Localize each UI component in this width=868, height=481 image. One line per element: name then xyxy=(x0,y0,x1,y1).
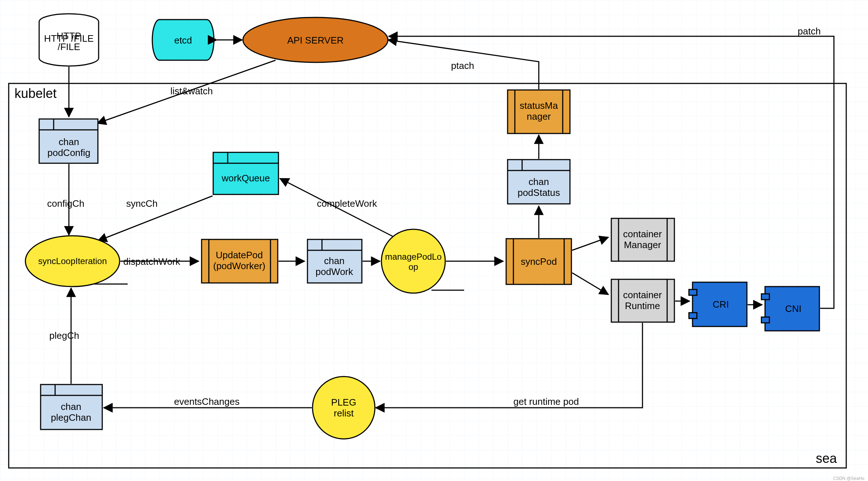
label-patch: patch xyxy=(798,26,821,37)
svg-text:chan: chan xyxy=(529,176,549,187)
node-http-file: HTTP /FILE HTTP /FILE xyxy=(39,14,99,66)
svg-text:podWork: podWork xyxy=(315,266,354,277)
diagram-canvas: kubelet sea HTTP /FILE HTTP /FILE etcd A… xyxy=(0,0,868,481)
label-plegch: plegCh xyxy=(49,330,79,341)
svg-text:workQueue: workQueue xyxy=(222,173,270,184)
svg-text:container: container xyxy=(623,229,662,239)
svg-text:syncLoopIteration: syncLoopIteration xyxy=(38,256,107,266)
svg-text:PLEG: PLEG xyxy=(331,397,356,408)
svg-text:container: container xyxy=(623,289,662,300)
edge-patch xyxy=(389,36,834,308)
node-cni: CNI xyxy=(761,287,819,331)
svg-text:CRI: CRI xyxy=(713,299,729,310)
edge-syncpod-cr xyxy=(572,273,608,295)
svg-rect-60 xyxy=(689,313,697,318)
svg-text:nager: nager xyxy=(527,111,551,122)
svg-text:op: op xyxy=(409,262,418,272)
label-configch: configCh xyxy=(47,198,84,209)
svg-rect-59 xyxy=(689,289,697,295)
watermark: CSDN @SeaHo xyxy=(833,476,864,481)
node-chan-plegchan: chan plegChan xyxy=(41,385,102,429)
node-api-server: API SERVER xyxy=(243,17,388,62)
signature: sea xyxy=(816,451,837,466)
node-etcd: etcd xyxy=(152,20,214,60)
svg-text:Manager: Manager xyxy=(624,239,661,250)
svg-rect-63 xyxy=(761,294,769,300)
node-chan-podwork: chan podWork xyxy=(307,239,362,283)
node-syncloopiteration: syncLoopIteration xyxy=(25,236,128,287)
node-containermanager: container Manager xyxy=(611,218,674,261)
node-chan-podstatus: chan podStatus xyxy=(508,160,570,204)
svg-text:etcd: etcd xyxy=(174,35,192,46)
svg-text:API SERVER: API SERVER xyxy=(287,35,344,46)
node-syncpod: syncPod xyxy=(506,239,571,284)
node-statusmanager: statusMa nager xyxy=(508,90,570,133)
label-syncch: syncCh xyxy=(126,198,158,209)
svg-text:Runtime: Runtime xyxy=(625,300,660,311)
label-completework: completeWork xyxy=(317,198,377,209)
svg-text:HTTP: HTTP xyxy=(57,30,81,41)
kubelet-title: kubelet xyxy=(15,86,57,101)
svg-text:UpdatePod: UpdatePod xyxy=(216,250,263,260)
svg-text:/FILE: /FILE xyxy=(58,41,80,52)
svg-text:statusMa: statusMa xyxy=(520,100,558,111)
node-containerruntime: container Runtime xyxy=(611,279,674,322)
node-workqueue: workQueue xyxy=(213,152,278,194)
label-ptach: ptach xyxy=(451,60,474,71)
svg-text:relist: relist xyxy=(334,408,354,419)
node-updatepod: UpdatePod (podWorker) xyxy=(202,239,278,283)
svg-text:chan: chan xyxy=(59,136,79,147)
edge-syncpod-cm xyxy=(572,237,608,250)
label-listwatch: list&watch xyxy=(170,86,213,96)
svg-text:podConfig: podConfig xyxy=(47,147,91,158)
node-pleg-relist: PLEG relist xyxy=(313,377,375,439)
edge-getruntimepod xyxy=(376,323,642,408)
diagram-svg: kubelet sea HTTP /FILE HTTP /FILE etcd A… xyxy=(0,0,868,481)
svg-text:syncPod: syncPod xyxy=(521,256,557,267)
svg-text:(podWorker): (podWorker) xyxy=(213,260,265,271)
svg-text:managePodLo: managePodLo xyxy=(385,252,442,262)
svg-text:CNI: CNI xyxy=(785,303,802,314)
node-chan-podconfig: chan podConfig xyxy=(39,119,98,163)
svg-text:chan: chan xyxy=(61,401,81,412)
label-getruntimepod: get runtime pod xyxy=(513,396,579,407)
label-eventschanges: eventsChanges xyxy=(174,396,240,407)
label-dispatchwork: dispatchWork xyxy=(123,256,181,267)
svg-text:chan: chan xyxy=(324,255,344,266)
svg-text:podStatus: podStatus xyxy=(517,187,560,198)
svg-text:plegChan: plegChan xyxy=(51,412,91,423)
node-cri: CRI xyxy=(689,282,747,326)
svg-rect-64 xyxy=(761,317,769,323)
